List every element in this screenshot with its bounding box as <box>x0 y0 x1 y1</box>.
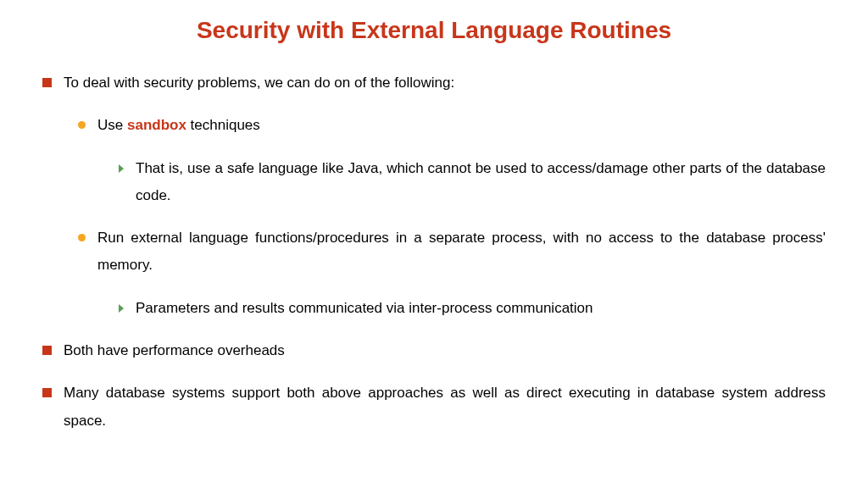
square-icon <box>42 78 52 87</box>
text-segment: techniques <box>186 117 260 133</box>
bullet-level1: Both have performance overheads <box>42 337 826 364</box>
bullet-level1: To deal with security problems, we can d… <box>42 69 826 97</box>
bullet-text: Many database systems support both above… <box>64 380 826 435</box>
circle-icon <box>78 121 86 129</box>
circle-icon <box>78 234 86 241</box>
arrow-icon <box>119 164 124 173</box>
bullet-level3: That is, use a safe language like Java, … <box>117 155 826 210</box>
bullet-text: Run external language functions/procedur… <box>97 225 826 280</box>
arrow-icon <box>119 304 124 313</box>
square-icon <box>42 388 52 397</box>
square-icon <box>42 346 52 355</box>
slide-title: Security with External Language Routines <box>42 17 826 44</box>
text-bold: sandbox <box>127 117 186 133</box>
bullet-text: To deal with security problems, we can d… <box>64 69 826 97</box>
bullet-text: Parameters and results communicated via … <box>136 295 826 322</box>
bullet-text: That is, use a safe language like Java, … <box>136 155 826 210</box>
bullet-level2: Use sandbox techniques <box>78 112 826 139</box>
text-segment: Use <box>97 117 127 133</box>
bullet-level3: Parameters and results communicated via … <box>117 295 826 322</box>
bullet-text: Both have performance overheads <box>64 337 826 364</box>
bullet-level2: Run external language functions/procedur… <box>78 225 826 280</box>
bullet-text: Use sandbox techniques <box>97 112 826 139</box>
bullet-level1: Many database systems support both above… <box>42 380 826 435</box>
